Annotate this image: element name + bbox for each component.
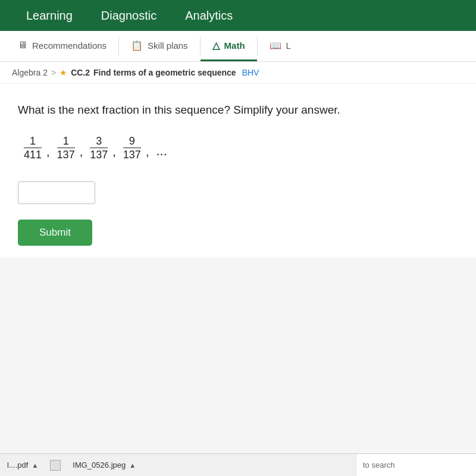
file2-label: IMG_0526.jpeg bbox=[73, 461, 126, 469]
tab-language-label: L bbox=[286, 40, 291, 51]
skill-plans-icon: 📋 bbox=[131, 40, 143, 51]
comma-4: , bbox=[146, 145, 149, 159]
breadcrumb: Algebra 2 > ★ CC.2 Find terms of a geome… bbox=[0, 62, 476, 84]
file1-label: l....pdf bbox=[7, 461, 28, 469]
breadcrumb-course[interactable]: Algebra 2 bbox=[12, 68, 48, 77]
tab-math-label: Math bbox=[224, 40, 245, 51]
file1-chevron-icon: ▲ bbox=[32, 462, 38, 469]
fraction-1-numerator: 1 bbox=[30, 136, 36, 146]
fraction-1-denominator: 411 bbox=[24, 149, 42, 160]
fraction-2-bar bbox=[57, 148, 75, 149]
fraction-1: 1 411 bbox=[24, 136, 42, 161]
bottom-bar: l....pdf ▲ IMG_0526.jpeg ▲ to search bbox=[0, 453, 476, 476]
nav-diagnostic[interactable]: Diagnostic bbox=[87, 0, 171, 31]
nav-analytics[interactable]: Analytics bbox=[171, 0, 247, 31]
file-thumbnail bbox=[50, 460, 61, 471]
submit-button[interactable]: Submit bbox=[18, 220, 92, 246]
tab-recommendations[interactable]: 🖥 Recommendations bbox=[6, 31, 118, 61]
top-navigation: Learning Diagnostic Analytics bbox=[0, 0, 476, 31]
fraction-2-denominator: 137 bbox=[57, 149, 75, 160]
math-icon: △ bbox=[212, 40, 220, 51]
comma-3: , bbox=[112, 145, 116, 159]
tab-recommendations-label: Recommendations bbox=[32, 40, 107, 51]
breadcrumb-skill-code: CC.2 bbox=[71, 68, 90, 77]
answer-input[interactable] bbox=[18, 181, 95, 204]
search-area[interactable]: to search bbox=[357, 453, 476, 476]
question-text: What is the next fraction in this sequen… bbox=[18, 102, 458, 119]
nav-learning[interactable]: Learning bbox=[12, 0, 87, 31]
fraction-3-bar bbox=[90, 148, 108, 149]
bottom-bar-file1[interactable]: l....pdf ▲ bbox=[7, 461, 38, 469]
sequence-display: 1 411 , 1 137 , 3 137 , 9 137 , ... bbox=[18, 136, 458, 161]
tab-skill-plans[interactable]: 📋 Skill plans bbox=[119, 31, 200, 61]
recommendations-icon: 🖥 bbox=[18, 40, 27, 51]
breadcrumb-chevron: > bbox=[51, 68, 56, 77]
fraction-3: 3 137 bbox=[90, 136, 108, 161]
sequence-dots: ... bbox=[156, 143, 167, 159]
main-content: What is the next fraction in this sequen… bbox=[0, 84, 476, 258]
answer-input-wrapper bbox=[18, 181, 458, 220]
search-label: to search bbox=[363, 461, 394, 469]
comma-2: , bbox=[80, 145, 83, 159]
breadcrumb-skill-name: Find terms of a geometric sequence bbox=[93, 68, 236, 77]
fraction-4-bar bbox=[123, 148, 141, 149]
tab-bar: 🖥 Recommendations 📋 Skill plans △ Math 📖… bbox=[0, 31, 476, 62]
file2-chevron-icon: ▲ bbox=[129, 462, 136, 469]
fraction-4: 9 137 bbox=[123, 136, 141, 161]
comma-1: , bbox=[46, 145, 50, 159]
fraction-4-denominator: 137 bbox=[123, 149, 141, 160]
fraction-3-numerator: 3 bbox=[96, 136, 102, 146]
tab-skill-plans-label: Skill plans bbox=[148, 40, 188, 51]
tab-language[interactable]: 📖 L bbox=[258, 31, 303, 61]
fraction-4-numerator: 9 bbox=[129, 136, 135, 146]
language-icon: 📖 bbox=[270, 40, 281, 51]
fraction-2: 1 137 bbox=[57, 136, 75, 161]
tab-math[interactable]: △ Math bbox=[201, 31, 257, 61]
fraction-3-denominator: 137 bbox=[90, 149, 108, 160]
breadcrumb-star-icon: ★ bbox=[60, 68, 67, 77]
breadcrumb-skill-id: BHV bbox=[242, 68, 259, 77]
fraction-2-numerator: 1 bbox=[63, 136, 69, 146]
fraction-1-bar bbox=[24, 148, 42, 149]
bottom-bar-file2[interactable]: IMG_0526.jpeg ▲ bbox=[73, 461, 136, 469]
